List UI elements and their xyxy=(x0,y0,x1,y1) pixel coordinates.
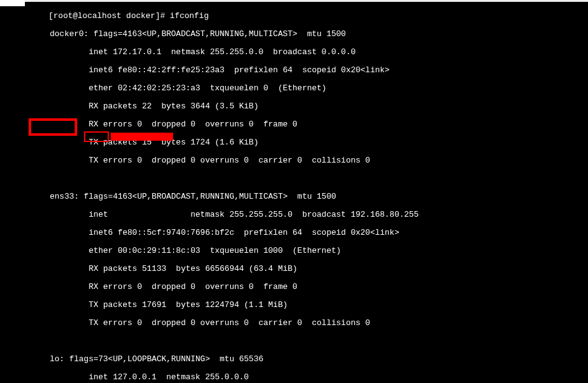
window-edge-corner xyxy=(0,0,25,6)
prompt-ifconfig: [root@localhost docker]# ifconfig xyxy=(49,11,208,21)
ens33-ether: ether 00:0c:29:11:8c:03 txqueuelen 1000 … xyxy=(0,247,588,256)
docker0-inet: inet 172.17.0.1 netmask 255.255.0.0 broa… xyxy=(0,48,588,57)
ens33-inet: inet netmask 255.255.255.0 broadcast 192… xyxy=(0,210,588,220)
docker0-rxp: RX packets 22 bytes 3644 (3.5 KiB) xyxy=(0,102,588,111)
ens33-rxe: RX errors 0 dropped 0 overruns 0 frame 0 xyxy=(0,283,588,292)
blank-2 xyxy=(0,337,588,346)
annotation-box-ens33 xyxy=(29,118,77,136)
lo-header: lo: flags=73<UP,LOOPBACK,RUNNING> mtu 65… xyxy=(0,355,588,364)
lo-inet: inet 127.0.0.1 netmask 255.0.0.0 xyxy=(0,373,588,382)
docker0-header: docker0: flags=4163<UP,BROADCAST,RUNNING… xyxy=(0,30,588,39)
ens33-header: ens33: flags=4163<UP,BROADCAST,RUNNING,M… xyxy=(0,192,588,202)
docker0-txe: TX errors 0 dropped 0 overruns 0 carrier… xyxy=(0,156,588,166)
docker0-inet6: inet6 fe80::42:2ff:fe25:23a3 prefixlen 6… xyxy=(0,66,588,75)
ens33-txe: TX errors 0 dropped 0 overruns 0 carrier… xyxy=(0,319,588,328)
ens33-txp: TX packets 17691 bytes 1224794 (1.1 MiB) xyxy=(0,301,588,310)
window-edge-top xyxy=(0,0,588,2)
annotation-box-inet xyxy=(84,131,109,142)
blank-1 xyxy=(0,174,588,184)
ens33-inet6: inet6 fe80::5cf:9740:7696:bf2c prefixlen… xyxy=(0,229,588,238)
docker0-ether: ether 02:42:02:25:23:a3 txqueuelen 0 (Et… xyxy=(0,84,588,93)
ens33-rxp: RX packets 51133 bytes 66566944 (63.4 Mi… xyxy=(0,265,588,274)
terminal-output[interactable]: [root@localhost docker]# ifconfig docker… xyxy=(0,0,588,383)
annotation-redact-ip xyxy=(111,133,173,141)
prompt-line: [root@localhost docker]# ifconfig xyxy=(0,12,588,21)
docker0-rxe: RX errors 0 dropped 0 overruns 0 frame 0 xyxy=(0,120,588,130)
